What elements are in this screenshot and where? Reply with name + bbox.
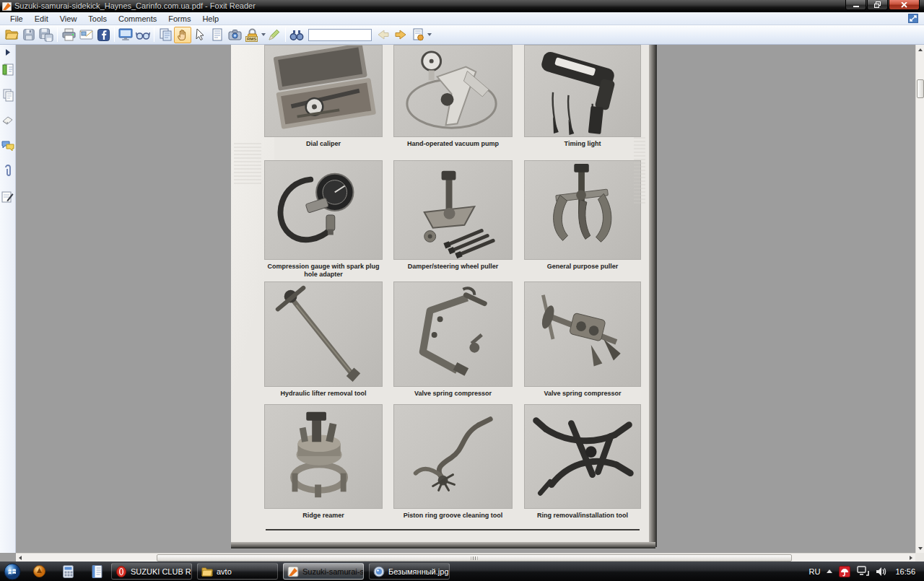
print-button[interactable] xyxy=(60,27,77,43)
horizontal-scroll-thumb[interactable] xyxy=(157,554,792,562)
clock[interactable]: 16:56 xyxy=(895,567,915,576)
taskbar-button-suzuki-club[interactable]: SUZUKI CLUB RUSSI... xyxy=(111,563,192,580)
search-input[interactable] xyxy=(308,29,372,41)
main-area: Dial caliper Hand-operated vacuum pump T… xyxy=(0,45,924,553)
taskbar-button-label: avto xyxy=(217,567,232,576)
toolbar-separator xyxy=(57,27,58,42)
attachments-panel-icon[interactable] xyxy=(1,162,15,180)
expand-panel-icon[interactable] xyxy=(1,48,15,56)
tool-caption: Valve spring compressor xyxy=(393,390,513,398)
show-hidden-icons[interactable] xyxy=(827,569,832,573)
select-annotation-button[interactable] xyxy=(191,27,209,43)
tool-caption: General purpose puller xyxy=(524,263,641,271)
vertical-scroll-thumb[interactable] xyxy=(917,79,924,98)
tool-cell: Compression gauge with spark plug hole a… xyxy=(264,160,383,279)
tool-caption: Timing light xyxy=(524,140,641,148)
tool-caption: Hand-operated vacuum pump xyxy=(393,140,513,148)
taskbar: SUZUKI CLUB RUSSI... avto Suzuki-samurai… xyxy=(0,562,924,581)
pages-button[interactable] xyxy=(157,27,174,43)
menu-forms[interactable]: Forms xyxy=(162,13,196,25)
scroll-down-arrow[interactable] xyxy=(916,543,924,553)
tool-photo-valve-spring-compressor-lever xyxy=(524,281,641,387)
tool-caption: Hydraulic lifter removal tool xyxy=(264,390,383,398)
page-horizontal-rule xyxy=(266,529,640,530)
taskbar-button-image-viewer[interactable]: Безымянный.jpg - P... xyxy=(369,563,450,580)
volume-icon[interactable] xyxy=(876,567,886,577)
menu-comments[interactable]: Comments xyxy=(113,13,162,25)
facebook-share-button[interactable] xyxy=(95,27,112,43)
hand-tool-button[interactable] xyxy=(174,27,191,43)
tool-caption: Piston ring groove cleaning tool xyxy=(393,512,513,520)
tool-caption: Valve spring compressor xyxy=(524,390,641,398)
bleedthrough-text-artifact xyxy=(634,137,645,204)
foxit-app-icon xyxy=(2,2,12,11)
minimize-button[interactable] xyxy=(845,0,866,10)
tool-photo-hydraulic-lifter-tool xyxy=(264,281,383,387)
tool-photo-general-puller xyxy=(524,160,641,260)
read-mode-button[interactable] xyxy=(134,27,152,43)
find-button[interactable] xyxy=(288,27,305,43)
tool-cell: Ring removal/installation tool xyxy=(524,404,641,520)
menu-file[interactable]: File xyxy=(4,13,29,25)
text-viewer-button[interactable] xyxy=(209,27,226,43)
rms-protect-button[interactable]: RMS xyxy=(243,27,261,43)
window-title: Suzuki-samurai-sidekick_Haynes_Carinfo.c… xyxy=(14,2,256,10)
highlight-button[interactable] xyxy=(266,27,283,43)
navigation-panel-bar xyxy=(0,45,16,553)
scroll-up-arrow[interactable] xyxy=(916,45,924,54)
quicklaunch-notes-icon[interactable] xyxy=(86,563,108,580)
tool-caption: Compression gauge with spark plug hole a… xyxy=(264,263,383,279)
tool-cell: General purpose puller xyxy=(524,160,641,271)
menu-view[interactable]: View xyxy=(54,13,83,25)
taskbar-button-avto-folder[interactable]: avto xyxy=(197,563,278,580)
vertical-scrollbar[interactable] xyxy=(915,45,924,553)
tool-cell: Damper/steering wheel puller xyxy=(393,160,513,271)
taskbar-button-foxit-active[interactable]: Suzuki-samurai-side... xyxy=(283,563,364,580)
menu-help[interactable]: Help xyxy=(196,13,225,25)
email-button[interactable] xyxy=(77,27,95,43)
toolbar-separator xyxy=(285,27,286,42)
layers-panel-icon[interactable] xyxy=(1,111,15,130)
tool-cell: Dial caliper xyxy=(264,45,383,148)
previous-view-button[interactable] xyxy=(375,27,392,43)
tool-cell: Timing light xyxy=(524,45,641,148)
bookmarks-icon[interactable] xyxy=(1,61,15,79)
tool-cell: Piston ring groove cleaning tool xyxy=(393,404,513,520)
comments-panel-icon[interactable] xyxy=(1,136,15,155)
tool-cell: Valve spring compressor xyxy=(524,281,641,398)
tool-cell: Ridge reamer xyxy=(264,404,383,520)
snapshot-button[interactable] xyxy=(226,27,243,43)
language-indicator[interactable]: RU xyxy=(809,567,821,576)
next-view-button[interactable] xyxy=(392,27,409,43)
start-button[interactable] xyxy=(0,562,25,581)
quicklaunch-calculator-icon[interactable] xyxy=(57,563,79,580)
menu-edit[interactable]: Edit xyxy=(29,13,54,25)
system-tray: RU 16:56 xyxy=(803,562,921,581)
page-shadow-right xyxy=(649,45,655,547)
network-icon[interactable] xyxy=(857,566,869,577)
screen-view-button[interactable] xyxy=(117,27,134,43)
menu-tools[interactable]: Tools xyxy=(82,13,113,25)
open-button[interactable] xyxy=(3,27,20,43)
sign-dropdown-caret[interactable] xyxy=(427,33,432,36)
tool-photo-damper-puller xyxy=(393,160,513,260)
fullscreen-icon[interactable] xyxy=(908,14,918,23)
avira-antivirus-icon[interactable] xyxy=(839,566,850,577)
signatures-panel-icon[interactable] xyxy=(1,187,15,206)
scroll-grip xyxy=(471,556,478,560)
tool-caption: Damper/steering wheel puller xyxy=(393,263,513,271)
restore-button[interactable] xyxy=(867,0,888,10)
bleedthrough-text-artifact xyxy=(234,143,261,185)
taskbar-button-label: SUZUKI CLUB RUSSI... xyxy=(131,567,192,576)
save-as-button[interactable] xyxy=(38,27,55,43)
sign-document-button[interactable] xyxy=(409,27,427,43)
taskbar-button-label: Безымянный.jpg - P... xyxy=(388,567,450,576)
tool-caption: Ridge reamer xyxy=(264,512,383,520)
page-shadow-bottom xyxy=(231,542,655,547)
horizontal-scrollbar[interactable] xyxy=(16,553,915,562)
close-button[interactable] xyxy=(889,0,920,10)
pages-panel-icon[interactable] xyxy=(1,86,15,105)
save-button[interactable] xyxy=(20,27,38,43)
quicklaunch-orange-app-icon[interactable] xyxy=(28,563,50,580)
tool-photo-ridge-reamer xyxy=(264,404,383,509)
